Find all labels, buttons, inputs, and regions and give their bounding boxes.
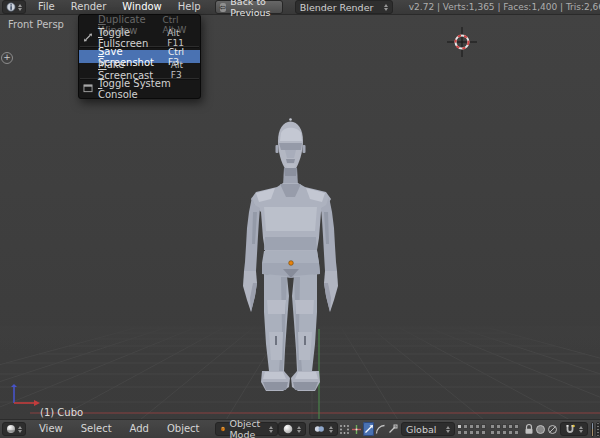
scale-manipulator-button[interactable] — [375, 422, 386, 436]
layer-toggle[interactable] — [463, 430, 468, 435]
layer-toggle[interactable] — [463, 424, 468, 429]
layer-toggle[interactable] — [475, 430, 480, 435]
layer-toggle[interactable] — [508, 424, 513, 429]
info-header: File Render Window Help ⇦ Back to Previo… — [0, 0, 600, 15]
diagonal-arrow-icon — [387, 424, 398, 435]
layer-toggle[interactable] — [508, 430, 513, 435]
snap-dropdown[interactable] — [560, 422, 588, 436]
layer-toggle[interactable] — [502, 430, 507, 435]
dropdown-arrows — [269, 426, 273, 433]
translate-manipulator-button[interactable] — [351, 422, 362, 436]
translate-axes-icon — [351, 424, 362, 435]
layer-toggle[interactable] — [481, 424, 486, 429]
manipulator-icon — [339, 424, 350, 435]
layer-toggle[interactable] — [469, 424, 474, 429]
opengl-render-still-button[interactable] — [591, 422, 595, 437]
viewport-header: View Select Add Object Object Mode — [0, 419, 600, 438]
menu-help[interactable]: Help — [170, 0, 209, 14]
orientation-dropdown[interactable]: Global — [401, 422, 455, 436]
menu-window[interactable]: Window — [114, 0, 169, 14]
menu-item-toggle-fullscreen[interactable]: Toggle Fullscreen Alt F11 — [79, 31, 200, 44]
fullscreen-icon — [83, 33, 93, 42]
render-still-icon — [592, 423, 594, 436]
layer-toggle[interactable] — [457, 424, 462, 429]
shading-sphere-icon — [283, 424, 293, 434]
manipulator-extra-button[interactable] — [387, 422, 398, 436]
dropdown-arrows — [297, 426, 301, 433]
menu-item-toggle-system-console[interactable]: Toggle System Console — [79, 82, 200, 95]
lock-icon — [524, 423, 534, 435]
arc-icon — [375, 424, 386, 435]
layer-toggle[interactable] — [481, 430, 486, 435]
mode-dropdown[interactable]: Object Mode — [215, 422, 278, 436]
editor-type-selector-top[interactable] — [2, 0, 26, 14]
dropdown-arrows — [18, 426, 22, 433]
editor-type-selector-3dview[interactable] — [2, 422, 26, 436]
menu-shortcut: Alt F11 — [167, 28, 193, 48]
dropdown-arrows — [18, 4, 22, 11]
layer-toggle[interactable] — [514, 424, 519, 429]
opengl-render-anim-button[interactable] — [596, 422, 600, 437]
menu-item-make-screencast[interactable]: Make Screencast Alt F3 — [79, 63, 200, 76]
layer-toggle[interactable] — [490, 424, 495, 429]
layer-toggle[interactable] — [496, 430, 501, 435]
menu-render[interactable]: Render — [63, 0, 115, 14]
layer-toggle[interactable] — [502, 424, 507, 429]
pivot-icon — [314, 424, 325, 434]
dropdown-arrows — [446, 426, 450, 433]
layer-toggle[interactable] — [514, 430, 519, 435]
layers-widget-group1 — [457, 424, 486, 435]
window-menu: Duplicate Window Ctrl Alt W Toggle Fulls… — [78, 14, 201, 99]
info-editor-icon — [6, 2, 16, 12]
active-object-label: (1) Cubo — [40, 407, 83, 418]
manipulator-toggle-button[interactable] — [339, 422, 350, 436]
cursor-3d[interactable] — [447, 27, 477, 57]
rotate-manipulator-button[interactable] — [363, 422, 374, 436]
view-name-label: Front Persp — [8, 19, 64, 30]
dropdown-arrows — [329, 426, 333, 433]
blender-window: File Render Window Help ⇦ Back to Previo… — [0, 0, 600, 438]
render-engine-dropdown[interactable]: Blender Render — [295, 0, 393, 14]
dropdown-arrows — [579, 426, 583, 433]
dropdown-arrows — [384, 4, 388, 11]
circle-icon — [535, 424, 546, 435]
back-to-previous-button[interactable]: ⇦ Back to Previous — [215, 0, 283, 14]
region-expand-button[interactable]: + — [1, 52, 13, 64]
view3d-editor-icon — [6, 424, 16, 434]
layers-widget-group2 — [490, 424, 519, 435]
object-mode-cube-icon — [220, 424, 226, 434]
layer-toggle[interactable] — [457, 430, 462, 435]
scene-lock-button[interactable] — [524, 422, 534, 436]
console-icon — [83, 84, 93, 93]
menu-select[interactable]: Select — [72, 422, 121, 436]
layer-toggle[interactable] — [475, 424, 480, 429]
pivot-point-dropdown[interactable] — [309, 422, 338, 436]
magnet-icon — [565, 424, 575, 435]
proportional-edit-dropdown[interactable] — [535, 422, 546, 436]
back-arrow-icon: ⇦ — [220, 3, 227, 12]
menu-shortcut: Alt F3 — [171, 60, 193, 80]
scene-stats: v2.72 | Verts:1,365 | Faces:1,400 | Tris… — [409, 2, 600, 12]
menu-file[interactable]: File — [30, 0, 63, 14]
pointer-icon — [363, 424, 374, 435]
menu-add[interactable]: Add — [121, 422, 158, 436]
layer-toggle[interactable] — [496, 424, 501, 429]
mini-axis-gizmo — [10, 384, 44, 408]
layer-toggle[interactable] — [490, 430, 495, 435]
layer-toggle[interactable] — [469, 430, 474, 435]
object-origin-dot — [289, 261, 294, 266]
snap-element-button[interactable] — [547, 422, 558, 436]
menu-view[interactable]: View — [30, 422, 72, 436]
menu-object[interactable]: Object — [158, 422, 209, 436]
circle-slash-icon — [547, 424, 558, 435]
viewport-shading-dropdown[interactable] — [278, 422, 306, 436]
